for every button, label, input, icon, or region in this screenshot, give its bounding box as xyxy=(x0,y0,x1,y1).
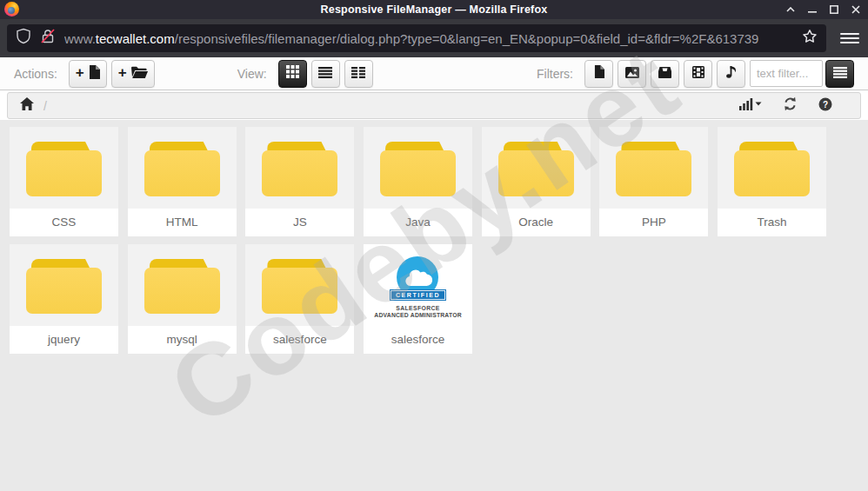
url-bar[interactable]: www.tecwallet.com/responsivefiles/filema… xyxy=(7,24,826,52)
filters-group: Filters: xyxy=(537,60,854,88)
folder-tile-css[interactable]: CSS xyxy=(10,127,118,236)
grid-view-icon xyxy=(286,65,299,82)
folder-icon xyxy=(26,259,102,314)
plus-icon: + xyxy=(76,65,84,80)
folder-icon xyxy=(262,142,337,196)
pathbar-actions: ? xyxy=(739,96,848,115)
close-button[interactable] xyxy=(849,3,863,17)
maximize-button[interactable] xyxy=(827,3,841,17)
maximize-icon xyxy=(830,5,838,14)
list-lines-icon xyxy=(833,66,847,82)
new-file-button[interactable]: + xyxy=(69,60,107,88)
folder-tile-jquery[interactable]: jquery xyxy=(10,244,118,354)
folder-icon xyxy=(734,142,810,196)
titlebar: Responsive FileManager — Mozilla Firefox xyxy=(0,0,868,19)
shield-icon[interactable] xyxy=(16,28,31,49)
folder-tile-salesforce[interactable]: salesforce xyxy=(245,244,354,354)
bookmark-star-icon[interactable] xyxy=(802,29,818,48)
folder-name: Oracle xyxy=(482,209,591,236)
folder-icon xyxy=(144,259,220,314)
url-prefix: www. xyxy=(64,31,96,46)
browser-window: Responsive FileManager — Mozilla Firefox… xyxy=(0,0,868,491)
folder-icon xyxy=(498,142,574,196)
folder-tile-js[interactable]: JS xyxy=(245,127,354,236)
certified-ribbon: CERTIFIED xyxy=(390,289,446,301)
folder-icon xyxy=(380,142,456,196)
folder-icon xyxy=(26,142,102,196)
plus-icon: + xyxy=(118,65,127,80)
close-icon xyxy=(851,5,860,14)
url-path: /responsivefiles/filemanager/dialog.php?… xyxy=(175,31,759,46)
folder-icon xyxy=(262,259,337,314)
minimize-icon xyxy=(808,5,817,14)
file-icon xyxy=(594,65,604,82)
new-folder-button[interactable]: + xyxy=(111,60,155,88)
folder-name: Java xyxy=(364,209,472,236)
filter-archives-button[interactable] xyxy=(651,60,679,88)
filter-videos-button[interactable] xyxy=(684,60,712,88)
hamburger-icon xyxy=(840,33,859,35)
question-icon: ? xyxy=(818,97,832,115)
filter-files-button[interactable] xyxy=(584,60,613,88)
url-security-icons xyxy=(16,28,56,49)
file-icon xyxy=(89,65,100,83)
menu-hamburger-button[interactable] xyxy=(840,30,859,47)
folder-tile-oracle[interactable]: Oracle xyxy=(482,127,591,236)
folder-name: jquery xyxy=(10,326,118,354)
help-button[interactable]: ? xyxy=(818,97,832,115)
filter-music-button[interactable] xyxy=(717,60,745,88)
filter-images-button[interactable] xyxy=(618,60,646,88)
open-folder-icon xyxy=(131,66,148,82)
actions-group: Actions: + + xyxy=(14,60,155,88)
filemanager-toolbar: Actions: + + View: Filters: xyxy=(0,57,868,90)
view-grid-button[interactable] xyxy=(278,60,307,88)
minimize-button[interactable] xyxy=(805,3,819,17)
folder-icon xyxy=(616,142,691,196)
url-text: www.tecwallet.com/responsivefiles/filema… xyxy=(64,31,758,46)
sort-bars-icon xyxy=(739,97,762,114)
breadcrumb-separator: / xyxy=(43,99,47,113)
salesforce-certified-badge: CERTIFIED SALESFORCE ADVANCED ADMINISTRA… xyxy=(364,244,472,326)
folder-tile-mysql[interactable]: mysql xyxy=(128,244,237,354)
sort-button[interactable] xyxy=(739,97,762,114)
refresh-icon xyxy=(783,96,798,115)
actions-label: Actions: xyxy=(14,67,57,81)
chevron-up-icon xyxy=(786,7,795,12)
folder-tile-java[interactable]: Java xyxy=(364,127,472,236)
folder-tile-php[interactable]: PHP xyxy=(599,127,708,236)
text-filter-input[interactable] xyxy=(750,60,823,87)
folder-icon xyxy=(144,142,220,196)
svg-text:?: ? xyxy=(823,99,828,109)
image-name: salesforce xyxy=(364,326,472,354)
window-controls xyxy=(784,0,863,19)
archive-icon xyxy=(658,66,671,82)
image-tile-salesforce[interactable]: CERTIFIED SALESFORCE ADVANCED ADMINISTRA… xyxy=(364,244,472,354)
refresh-button[interactable] xyxy=(783,96,798,115)
music-note-icon xyxy=(726,65,737,82)
film-icon xyxy=(692,66,704,82)
url-domain: tecwallet.com xyxy=(96,31,175,46)
view-columns-button[interactable] xyxy=(344,60,373,88)
folder-name: JS xyxy=(245,209,354,236)
folder-name: PHP xyxy=(599,209,708,236)
insecure-lock-icon[interactable] xyxy=(40,28,56,49)
folder-tile-trash[interactable]: Trash xyxy=(718,127,826,236)
folder-name: HTML xyxy=(128,209,237,236)
folder-name: Trash xyxy=(718,209,826,236)
home-icon xyxy=(20,97,34,114)
filter-all-button[interactable] xyxy=(825,60,854,88)
folder-name: CSS xyxy=(10,209,118,236)
rollup-button[interactable] xyxy=(784,3,798,17)
filters-label: Filters: xyxy=(537,67,573,81)
home-button[interactable] xyxy=(20,97,34,114)
list-view-icon xyxy=(318,66,332,82)
folder-name: mysql xyxy=(128,326,237,354)
navigation-bar: www.tecwallet.com/responsivefiles/filema… xyxy=(0,19,868,57)
column-view-icon xyxy=(351,66,365,82)
view-label: View: xyxy=(237,67,267,81)
breadcrumb-bar: / ? xyxy=(7,92,861,119)
file-grid-area: CSS HTML JS Java Oracle PHP xyxy=(0,120,868,491)
file-grid: CSS HTML JS Java Oracle PHP xyxy=(10,127,832,354)
folder-tile-html[interactable]: HTML xyxy=(128,127,237,236)
view-list-button[interactable] xyxy=(311,60,340,88)
